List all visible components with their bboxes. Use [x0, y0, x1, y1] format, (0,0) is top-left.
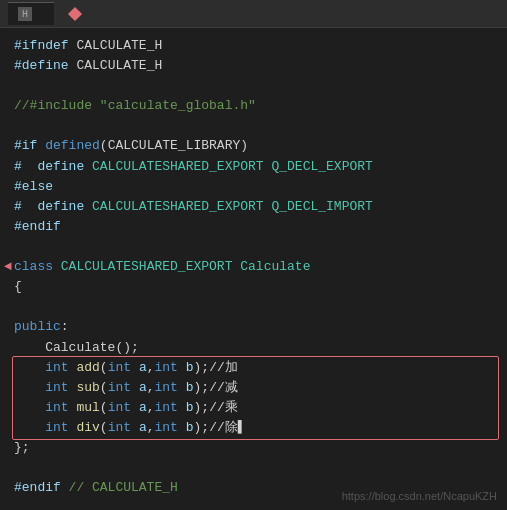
line-content: {: [14, 277, 499, 297]
code-line: int sub(int a,int b);//减: [0, 378, 507, 398]
line-content: int mul(int a,int b);//乘: [14, 398, 499, 418]
token: (: [100, 360, 108, 375]
code-line: #endif: [0, 217, 507, 237]
token: class: [14, 259, 61, 274]
token: [14, 380, 45, 395]
token: int: [108, 360, 139, 375]
token: {: [14, 279, 22, 294]
token: b: [186, 380, 194, 395]
line-content: //#include "calculate_global.h": [14, 96, 499, 116]
token: int: [108, 400, 139, 415]
code-line: #define CALCULATE_H: [0, 56, 507, 76]
token: #define: [14, 58, 76, 73]
line-content: # define CALCULATESHARED_EXPORT Q_DECL_E…: [14, 157, 499, 177]
line-content: Calculate();: [14, 338, 499, 358]
code-line: [0, 297, 507, 317]
code-line: ◄class CALCULATESHARED_EXPORT Calculate: [0, 257, 507, 277]
token: 除: [225, 420, 238, 435]
token: #ifndef: [14, 38, 76, 53]
token: //#include: [14, 98, 100, 113]
code-line: [0, 76, 507, 96]
token: CALCULATESHARED_EXPORT: [92, 199, 271, 214]
tab[interactable]: H: [8, 2, 54, 25]
line-content: #define CALCULATE_H: [14, 56, 499, 76]
line-content: #else: [14, 177, 499, 197]
code-line: int add(int a,int b);//加: [0, 358, 507, 378]
code-line: # define CALCULATESHARED_EXPORT Q_DECL_I…: [0, 197, 507, 217]
line-content: class CALCULATESHARED_EXPORT Calculate: [14, 257, 499, 277]
line-content: int sub(int a,int b);//减: [14, 378, 499, 398]
token: int: [155, 360, 186, 375]
token: Calculate();: [14, 340, 139, 355]
token: );//: [194, 420, 225, 435]
token: :: [61, 319, 69, 334]
code-line: #if defined(CALCULATE_LIBRARY): [0, 136, 507, 156]
file-icon: H: [18, 7, 32, 21]
token: Q_DECL_IMPORT: [271, 199, 372, 214]
token: add: [76, 360, 99, 375]
token: #else: [14, 179, 53, 194]
token: int: [155, 420, 186, 435]
breadcrumb: [66, 9, 84, 19]
token: [14, 420, 45, 435]
token: b: [186, 360, 194, 375]
token: (CALCULATE_LIBRARY): [100, 138, 248, 153]
token: );//: [194, 380, 225, 395]
token: # define: [14, 199, 92, 214]
watermark: https://blog.csdn.net/NcapuKZH: [342, 490, 497, 502]
code-line: #else: [0, 177, 507, 197]
token: );//: [194, 400, 225, 415]
token: ,: [147, 380, 155, 395]
token: int: [45, 380, 76, 395]
token: 加: [225, 360, 238, 375]
code-line: # define CALCULATESHARED_EXPORT Q_DECL_E…: [0, 157, 507, 177]
line-content: };: [14, 438, 499, 458]
token: ,: [147, 360, 155, 375]
line-content: public:: [14, 317, 499, 337]
token: b: [186, 420, 194, 435]
code-line: [0, 458, 507, 478]
token: ,: [147, 420, 155, 435]
token: (: [100, 400, 108, 415]
code-line: public:: [0, 317, 507, 337]
code-line: };: [0, 438, 507, 458]
token: CALCULATESHARED_EXPORT: [61, 259, 240, 274]
token: int: [45, 420, 76, 435]
token: [14, 400, 45, 415]
token: CALCULATESHARED_EXPORT: [92, 159, 271, 174]
token: Calculate: [240, 259, 310, 274]
token: int: [155, 380, 186, 395]
code-line: {: [0, 277, 507, 297]
line-content: #endif: [14, 217, 499, 237]
token: // CALCULATE_H: [69, 480, 178, 495]
token: a: [139, 380, 147, 395]
token: # define: [14, 159, 92, 174]
token: (: [100, 420, 108, 435]
token: 减: [225, 380, 238, 395]
token: CALCULATE_H: [76, 58, 162, 73]
token: sub: [76, 380, 99, 395]
code-line: int mul(int a,int b);//乘: [0, 398, 507, 418]
token: int: [108, 420, 139, 435]
token: ▌: [238, 420, 246, 435]
token: b: [186, 400, 194, 415]
diamond-icon: [68, 6, 82, 20]
line-content: # define CALCULATESHARED_EXPORT Q_DECL_I…: [14, 197, 499, 217]
line-content: int div(int a,int b);//除▌: [14, 418, 499, 438]
line-marker: ◄: [4, 257, 12, 277]
token: [14, 360, 45, 375]
line-content: #ifndef CALCULATE_H: [14, 36, 499, 56]
token: 乘: [225, 400, 238, 415]
token: int: [45, 400, 76, 415]
token: ,: [147, 400, 155, 415]
token: public: [14, 319, 61, 334]
code-line: #ifndef CALCULATE_H: [0, 36, 507, 56]
token: int: [108, 380, 139, 395]
token: (: [100, 380, 108, 395]
token: "calculate_global.h": [100, 98, 256, 113]
token: #endif: [14, 219, 61, 234]
code-line: //#include "calculate_global.h": [0, 96, 507, 116]
token: int: [45, 360, 76, 375]
token: };: [14, 440, 30, 455]
token: mul: [76, 400, 99, 415]
